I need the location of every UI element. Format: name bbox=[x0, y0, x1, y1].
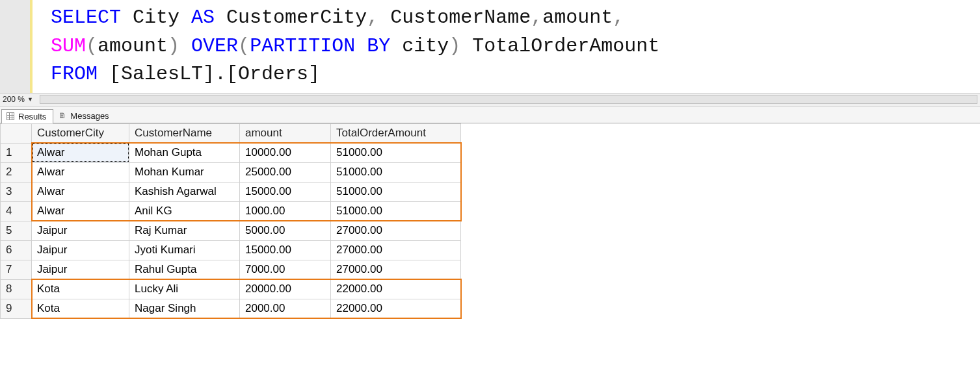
zoom-value[interactable]: 200 % bbox=[3, 95, 25, 104]
row-number[interactable]: 7 bbox=[1, 260, 32, 279]
row-number[interactable]: 1 bbox=[1, 143, 32, 162]
cell-customername[interactable]: Mohan Kumar bbox=[129, 162, 240, 182]
sql-text-area[interactable]: SELECT City AS CustomerCity, CustomerNam… bbox=[33, 0, 980, 93]
results-tabs: Results 🗎 Messages bbox=[0, 107, 980, 123]
ident-customername: CustomerName bbox=[390, 6, 531, 29]
cell-customercity[interactable]: Alwar bbox=[32, 201, 129, 221]
results-grid[interactable]: CustomerCity CustomerName amount TotalOr… bbox=[0, 123, 461, 319]
cell-customername[interactable]: Rahul Gupta bbox=[129, 260, 240, 279]
rparen-icon: ) bbox=[168, 35, 179, 57]
tab-messages-label: Messages bbox=[70, 111, 109, 121]
tab-results[interactable]: Results bbox=[1, 109, 53, 123]
cell-amount[interactable]: 25000.00 bbox=[240, 162, 331, 182]
kw-sum: SUM bbox=[51, 35, 86, 57]
cell-totalorderamount[interactable]: 27000.00 bbox=[331, 260, 461, 279]
cell-amount[interactable]: 2000.00 bbox=[240, 299, 331, 318]
cell-totalorderamount[interactable]: 27000.00 bbox=[331, 221, 461, 240]
cell-customercity[interactable]: Kota bbox=[32, 279, 129, 299]
cell-amount[interactable]: 10000.00 bbox=[240, 143, 331, 162]
chevron-down-icon[interactable]: ▼ bbox=[27, 96, 33, 103]
document-icon: 🗎 bbox=[58, 111, 67, 120]
cell-customername[interactable]: Anil KG bbox=[129, 201, 240, 221]
cell-customercity[interactable]: Kota bbox=[32, 299, 129, 318]
table-row[interactable]: 3AlwarKashish Agarwal15000.0051000.00 bbox=[1, 182, 461, 201]
row-number[interactable]: 8 bbox=[1, 279, 32, 299]
cell-totalorderamount[interactable]: 51000.00 bbox=[331, 162, 461, 182]
row-number[interactable]: 4 bbox=[1, 201, 32, 221]
comma-icon: , bbox=[531, 6, 542, 29]
comma-icon: , bbox=[367, 6, 378, 29]
cell-customercity[interactable]: Alwar bbox=[32, 182, 129, 201]
cell-customername[interactable]: Nagar Singh bbox=[129, 299, 240, 318]
ident-object: [SalesLT].[Orders] bbox=[109, 63, 320, 85]
alias-totalorderamount: TotalOrderAmount bbox=[472, 35, 659, 57]
alias-customercity: CustomerCity bbox=[226, 6, 367, 29]
editor-gutter bbox=[0, 0, 33, 93]
zoom-bar: 200 % ▼ bbox=[0, 94, 980, 107]
cell-totalorderamount[interactable]: 27000.00 bbox=[331, 240, 461, 260]
cell-customercity[interactable]: Jaipur bbox=[32, 240, 129, 260]
cell-customercity[interactable]: Alwar bbox=[32, 143, 129, 162]
table-row[interactable]: 6JaipurJyoti Kumari15000.0027000.00 bbox=[1, 240, 461, 260]
cell-customercity[interactable]: Jaipur bbox=[32, 260, 129, 279]
table-row[interactable]: 4AlwarAnil KG1000.0051000.00 bbox=[1, 201, 461, 221]
cell-customercity[interactable]: Jaipur bbox=[32, 221, 129, 240]
kw-from: FROM bbox=[51, 63, 98, 85]
col-header-customercity[interactable]: CustomerCity bbox=[32, 123, 129, 143]
cell-amount[interactable]: 20000.00 bbox=[240, 279, 331, 299]
lparen-icon: ( bbox=[86, 35, 98, 57]
lparen-icon: ( bbox=[238, 35, 250, 57]
comma-icon: , bbox=[613, 6, 624, 29]
cell-customername[interactable]: Raj Kumar bbox=[129, 221, 240, 240]
row-number[interactable]: 9 bbox=[1, 299, 32, 318]
kw-partition-by: PARTITION BY bbox=[250, 35, 390, 57]
cell-amount[interactable]: 15000.00 bbox=[240, 240, 331, 260]
cell-totalorderamount[interactable]: 51000.00 bbox=[331, 201, 461, 221]
cell-totalorderamount[interactable]: 51000.00 bbox=[331, 182, 461, 201]
table-row[interactable]: 8KotaLucky Ali20000.0022000.00 bbox=[1, 279, 461, 299]
tab-messages[interactable]: 🗎 Messages bbox=[53, 108, 116, 123]
cell-customername[interactable]: Kashish Agarwal bbox=[129, 182, 240, 201]
horizontal-scrollbar[interactable] bbox=[40, 95, 977, 104]
results-grid-wrap: CustomerCity CustomerName amount TotalOr… bbox=[0, 123, 980, 319]
table-row[interactable]: 2AlwarMohan Kumar25000.0051000.00 bbox=[1, 162, 461, 182]
tab-results-label: Results bbox=[18, 112, 46, 121]
cell-customername[interactable]: Mohan Gupta bbox=[129, 143, 240, 162]
kw-over: OVER bbox=[191, 35, 238, 57]
cell-totalorderamount[interactable]: 22000.00 bbox=[331, 299, 461, 318]
ident-city: city bbox=[402, 35, 449, 57]
col-header-customername[interactable]: CustomerName bbox=[129, 123, 240, 143]
col-header-totalorderamount[interactable]: TotalOrderAmount bbox=[331, 123, 461, 143]
row-number[interactable]: 3 bbox=[1, 182, 32, 201]
cell-totalorderamount[interactable]: 22000.00 bbox=[331, 279, 461, 299]
cell-customercity[interactable]: Alwar bbox=[32, 162, 129, 182]
table-row[interactable]: 5JaipurRaj Kumar5000.0027000.00 bbox=[1, 221, 461, 240]
row-number[interactable]: 2 bbox=[1, 162, 32, 182]
grid-icon bbox=[6, 112, 15, 121]
ident-city: City bbox=[133, 6, 179, 29]
rownum-header[interactable] bbox=[1, 123, 32, 143]
row-number[interactable]: 6 bbox=[1, 240, 32, 260]
cell-amount[interactable]: 15000.00 bbox=[240, 182, 331, 201]
table-row[interactable]: 7JaipurRahul Gupta7000.0027000.00 bbox=[1, 260, 461, 279]
kw-select: SELECT bbox=[51, 6, 121, 29]
table-row[interactable]: 9KotaNagar Singh2000.0022000.00 bbox=[1, 299, 461, 318]
row-number[interactable]: 5 bbox=[1, 221, 32, 240]
cell-amount[interactable]: 5000.00 bbox=[240, 221, 331, 240]
kw-as: AS bbox=[191, 6, 215, 29]
table-row[interactable]: 1AlwarMohan Gupta10000.0051000.00 bbox=[1, 143, 461, 162]
cell-amount[interactable]: 7000.00 bbox=[240, 260, 331, 279]
cell-amount[interactable]: 1000.00 bbox=[240, 201, 331, 221]
cell-customername[interactable]: Lucky Ali bbox=[129, 279, 240, 299]
col-header-amount[interactable]: amount bbox=[240, 123, 331, 143]
rparen-icon: ) bbox=[449, 35, 460, 57]
ident-amount: amount bbox=[98, 35, 168, 57]
ident-amount: amount bbox=[542, 6, 613, 29]
cell-customername[interactable]: Jyoti Kumari bbox=[129, 240, 240, 260]
cell-totalorderamount[interactable]: 51000.00 bbox=[331, 143, 461, 162]
sql-editor[interactable]: SELECT City AS CustomerCity, CustomerNam… bbox=[0, 0, 980, 94]
